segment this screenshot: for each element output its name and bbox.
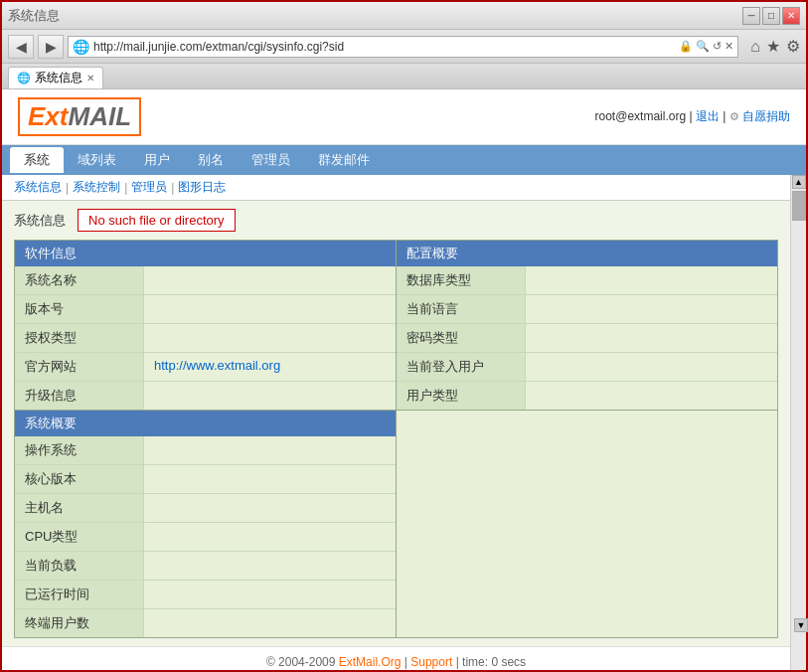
stop-icon[interactable]: ✕ [725,40,733,53]
row-label: 操作系统 [15,436,144,464]
forward-button[interactable]: ▶ [38,35,64,59]
table-row: 授权类型 [15,324,396,353]
table-row: 已运行时间 [15,581,396,609]
row-label: 密码类型 [397,324,526,352]
row-label: 升级信息 [15,382,144,410]
nav-item-admin[interactable]: 管理员 [238,147,304,173]
row-label: 主机名 [15,494,144,522]
table-row: 当前负载 [15,552,396,581]
table-row: 终端用户数 [15,609,396,637]
url-bar[interactable]: 🌐 http://mail.junjie.com/extman/cgi/sysi… [68,36,738,58]
subnav-graph[interactable]: 图形日志 [178,179,226,196]
close-window-button[interactable]: ✕ [782,7,800,25]
row-label: 用户类型 [397,382,526,410]
config-summary-panel: 配置概要 数据库类型 当前语言 密码类型 [397,241,778,410]
brand-link[interactable]: ExtMail.Org [339,655,402,669]
search-url-icon[interactable]: 🔍 [696,40,710,53]
row-value [144,609,396,637]
nav-item-domain[interactable]: 域列表 [64,147,130,173]
nav-item-bulk-mail[interactable]: 群发邮件 [304,147,384,173]
page-content: ExtMAIL root@extmail.org | 退出 | ⚙ 自愿捐助 系… [2,89,806,670]
scroll-up-button[interactable]: ▲ [792,175,806,189]
scroll-thumb[interactable] [792,191,806,221]
extmail-logo: ExtMAIL [18,97,141,136]
settings-icon[interactable]: ⚙ [786,37,800,56]
table-row: 当前语言 [397,295,778,324]
row-label: 授权类型 [15,324,144,352]
row-value [526,324,778,352]
title-bar: 系统信息 ─ □ ✕ [2,2,806,30]
row-label: 官方网站 [15,353,144,381]
row-label: 系统名称 [15,266,144,294]
table-row: 升级信息 [15,382,396,410]
header-user-info: root@extmail.org | 退出 | ⚙ 自愿捐助 [595,108,790,125]
minimize-button[interactable]: ─ [742,7,760,25]
table-row: 当前登入用户 [397,353,778,382]
row-label: CPU类型 [15,523,144,551]
row-value [144,465,396,493]
table-row: 用户类型 [397,382,778,410]
tab-close-icon[interactable]: ✕ [86,73,94,84]
row-value [144,581,396,608]
table-row: CPU类型 [15,523,396,552]
official-website-link[interactable]: http://www.extmail.org [144,353,396,381]
row-value [144,494,396,522]
table-row: 版本号 [15,295,396,324]
sub-navigation: 系统信息 | 系统控制 | 管理员 | 图形日志 [2,175,790,201]
row-value [526,353,778,381]
row-label: 当前负载 [15,552,144,580]
maximize-button[interactable]: □ [762,7,780,25]
subnav-sysinfo[interactable]: 系统信息 [14,179,62,196]
row-label: 核心版本 [15,465,144,493]
favorites-icon[interactable]: ★ [766,37,780,56]
scroll-down-button[interactable]: ▼ [794,618,806,632]
table-row: 官方网站 http://www.extmail.org [15,353,396,382]
table-row: 密码类型 [397,324,778,353]
time-info: time: 0 secs [462,655,526,669]
row-value [144,523,396,551]
donate-link[interactable]: 自愿捐助 [742,109,790,123]
row-value [144,436,396,464]
nav-item-alias[interactable]: 别名 [184,147,238,173]
nav-item-system[interactable]: 系统 [10,147,64,173]
page-footer: © 2004-2009 ExtMail.Org | Support | time… [2,646,790,670]
active-tab[interactable]: 🌐 系统信息 ✕ [8,67,103,88]
info-table: 软件信息 系统名称 版本号 授权类型 [14,240,778,638]
row-value [144,382,396,410]
nav-item-users[interactable]: 用户 [130,147,184,173]
config-summary-header: 配置概要 [397,241,778,266]
home-icon[interactable]: ⌂ [750,38,760,56]
refresh-icon[interactable]: ↺ [713,40,722,53]
row-value [526,382,778,410]
system-summary-right-empty [397,411,778,637]
logout-link[interactable]: 退出 [696,109,720,123]
table-row: 操作系统 [15,436,396,465]
row-value [526,295,778,323]
tab-ie-icon: 🌐 [17,72,31,84]
row-label: 已运行时间 [15,581,144,608]
row-label: 终端用户数 [15,609,144,637]
table-row: 系统名称 [15,266,396,295]
row-label: 版本号 [15,295,144,323]
back-button[interactable]: ◀ [8,35,34,59]
system-summary-panel: 系统概要 操作系统 核心版本 主机名 [15,411,397,637]
main-navigation: 系统 域列表 用户 别名 管理员 群发邮件 [2,145,806,175]
user-email: root@extmail.org [595,109,687,123]
table-row: 主机名 [15,494,396,523]
scrollbar[interactable]: ▲ ▼ [790,175,806,670]
lock-icon: 🔒 [679,40,693,53]
support-link[interactable]: Support [410,655,452,669]
row-label: 当前语言 [397,295,526,323]
sysinfo-header: 系统信息 No such file or directory [2,201,790,240]
row-value [144,324,396,352]
row-label: 当前登入用户 [397,353,526,381]
row-value [144,295,396,323]
site-header: ExtMAIL root@extmail.org | 退出 | ⚙ 自愿捐助 [2,89,806,145]
subnav-syscontrol[interactable]: 系统控制 [73,179,120,196]
row-value [526,266,778,294]
row-value [144,266,396,294]
error-message: No such file or directory [78,209,236,232]
browser-title: 系统信息 [8,7,60,25]
sysinfo-section-label: 系统信息 [14,212,66,230]
subnav-admin[interactable]: 管理员 [131,179,167,196]
